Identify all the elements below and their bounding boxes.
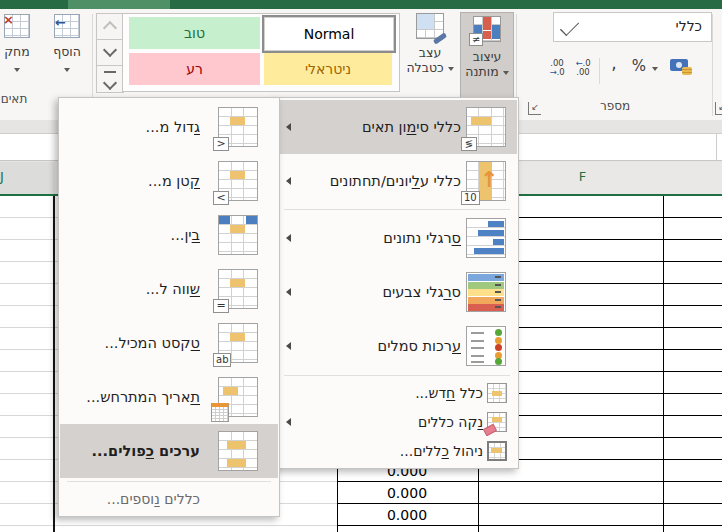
delete-button-label: מחק xyxy=(0,44,40,59)
chevron-down-icon xyxy=(103,43,117,57)
percent-style-button[interactable]: % xyxy=(628,57,650,81)
format-as-table-icon xyxy=(416,13,444,39)
delete-cells-button[interactable]: × מחק xyxy=(0,14,40,84)
excel-window: × מחק ← הוסף תאים טוב Normal רע ניטראלי xyxy=(0,0,722,532)
button-separator xyxy=(599,58,600,84)
table-border xyxy=(663,196,664,532)
title-bar xyxy=(0,0,722,9)
submenu-item-greater-than[interactable]: גדול מ... > xyxy=(60,100,278,154)
style-bad[interactable]: רע xyxy=(129,53,260,85)
conditional-formatting-label1: עיצוב xyxy=(461,49,513,64)
format-as-table-button[interactable]: עצב כטבלה xyxy=(402,13,458,95)
duplicate-values-icon xyxy=(218,431,258,471)
menu-item-label: כללים נוספים... xyxy=(107,491,200,507)
table-left-border xyxy=(53,196,55,532)
chevron-down-icon xyxy=(103,76,117,90)
conditional-formatting-label2: מותנה xyxy=(461,64,513,79)
menu-separator xyxy=(284,375,510,376)
menu-item-label: כלל חדש... xyxy=(415,385,483,401)
submenu-arrow-icon xyxy=(286,288,291,296)
menu-separator xyxy=(67,481,271,482)
insert-cells-button[interactable]: ← הוסף xyxy=(44,14,90,84)
highlight-cells-rules-icon: ≶ xyxy=(466,107,506,147)
less-than-icon: < xyxy=(218,161,258,201)
submenu-arrow-icon xyxy=(286,418,291,426)
top-bottom-rules-icon: ↑ 10 xyxy=(466,161,506,201)
dialog-launcher-icon[interactable]: ↙ xyxy=(715,102,722,115)
color-scales-icon xyxy=(466,272,506,312)
decrease-decimal-button[interactable]: .00→.0 xyxy=(545,56,569,85)
menu-item-clear-rules[interactable]: נקה כללים xyxy=(277,407,517,436)
number-format-dropdown[interactable]: כללי xyxy=(553,12,712,42)
menu-item-data-bars[interactable]: סרגלי נתונים xyxy=(277,211,517,265)
menu-item-label: קטן מ... xyxy=(148,173,200,189)
menu-item-highlight-cells-rules[interactable]: כללי סימון תאים ≶ xyxy=(277,100,517,154)
currency-format-button[interactable] xyxy=(666,59,692,81)
conditional-formatting-menu: כללי סימון תאים ≶ כללי עליונים/תחתונים ↑… xyxy=(275,97,519,469)
name-box-divider xyxy=(716,134,717,160)
style-good[interactable]: טוב xyxy=(129,17,260,49)
menu-item-label: שווה ל... xyxy=(146,281,200,297)
group-separator xyxy=(712,14,713,116)
submenu-arrow-icon xyxy=(286,342,291,350)
delete-cells-icon: × xyxy=(4,14,30,38)
menu-item-label: גדול מ... xyxy=(146,119,200,135)
menu-item-label: סרגלי נתונים xyxy=(383,230,461,246)
submenu-arrow-icon xyxy=(286,234,291,242)
insert-cells-icon: ← xyxy=(54,14,80,38)
style-normal[interactable]: Normal xyxy=(264,17,394,51)
menu-item-label: תאריך המתרחש... xyxy=(86,389,200,405)
conditional-formatting-icon: ≠ xyxy=(473,16,501,42)
comma-style-button[interactable]: , xyxy=(606,53,622,79)
date-occurring-icon xyxy=(218,377,258,417)
data-bars-icon xyxy=(466,218,506,258)
chevron-down-icon xyxy=(560,17,579,36)
menu-item-manage-rules[interactable]: ניהול כללים... xyxy=(277,436,517,465)
submenu-item-text-contains[interactable]: טקסט המכיל... ab xyxy=(60,316,278,370)
clear-rules-icon xyxy=(487,412,507,432)
style-neutral[interactable]: ניטראלי xyxy=(264,53,392,85)
gallery-scroll-down-button[interactable] xyxy=(96,39,124,67)
submenu-item-less-than[interactable]: קטן מ... < xyxy=(60,154,278,208)
currency-icon xyxy=(670,59,688,71)
menu-item-new-rule[interactable]: כלל חדש... xyxy=(277,378,517,407)
between-icon xyxy=(218,215,258,255)
chevron-down-icon[interactable] xyxy=(652,67,658,71)
column-header-J[interactable]: J xyxy=(0,162,55,194)
manage-rules-icon xyxy=(487,441,507,461)
insert-button-label: הוסף xyxy=(44,44,90,59)
chevron-down-icon xyxy=(64,68,70,72)
conditional-formatting-button[interactable]: ≠ עיצוב מותנה xyxy=(460,12,514,98)
menu-item-top-bottom-rules[interactable]: כללי עליונים/תחתונים ↑ 10 xyxy=(277,154,517,208)
submenu-item-date-occurring[interactable]: תאריך המתרחש... xyxy=(60,370,278,424)
highlight-cells-rules-submenu: גדול מ... > קטן מ... < בין... xyxy=(58,97,280,517)
format-as-table-label2: כטבלה xyxy=(402,60,458,75)
menu-item-color-scales[interactable]: סרגלי צבעים xyxy=(277,265,517,319)
number-dialog-launcher-icon[interactable]: ↙ xyxy=(528,102,541,115)
not-equal-badge: ≠ xyxy=(469,33,483,46)
menu-separator xyxy=(284,209,510,210)
number-format-value: כללי xyxy=(676,18,702,34)
calendar-icon xyxy=(211,403,229,422)
chevron-down-icon xyxy=(14,68,20,72)
submenu-item-equal-to[interactable]: שווה ל... = xyxy=(60,262,278,316)
sheet-cell-value[interactable]: 0.000 xyxy=(337,504,477,526)
sheet-cell-value[interactable]: 0.000 xyxy=(337,482,477,504)
menu-item-label: סרגלי צבעים xyxy=(382,284,461,300)
submenu-item-duplicate-values[interactable]: ערכים כפולים... xyxy=(60,424,278,478)
gallery-scroll-up-button[interactable] xyxy=(96,13,124,41)
greater-than-icon: > xyxy=(218,107,258,147)
column-letter: J xyxy=(0,169,12,184)
menu-item-icon-sets[interactable]: ערכות סמלים xyxy=(277,319,517,373)
cells-group-label: תאים xyxy=(0,92,40,106)
increase-decimal-button[interactable]: ←.0.00 xyxy=(571,56,595,85)
submenu-item-more-rules[interactable]: כללים נוספים... xyxy=(60,484,278,513)
submenu-arrow-icon xyxy=(286,123,291,131)
submenu-arrow-icon xyxy=(286,177,291,185)
menu-item-label: ניהול כללים... xyxy=(400,443,483,459)
gallery-more-button[interactable] xyxy=(96,65,124,93)
menu-item-label: כללי עליונים/תחתונים xyxy=(330,173,461,189)
submenu-item-between[interactable]: בין... xyxy=(60,208,278,262)
sheet-cell-value[interactable]: 0.000 xyxy=(337,526,477,532)
title-bar-segment xyxy=(68,0,170,9)
